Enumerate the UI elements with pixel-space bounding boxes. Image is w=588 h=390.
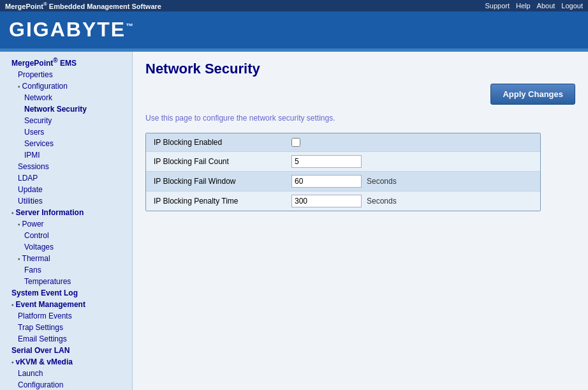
sidebar-item-security[interactable]: Security	[0, 115, 132, 126]
app-title: MergePoint® Embedded Management Software	[5, 1, 161, 10]
logo: GIGABYTE™	[9, 18, 135, 41]
main-layout: MergePoint® EMSProperties▪ConfigurationN…	[0, 52, 588, 390]
about-link[interactable]: About	[537, 2, 555, 10]
settings-label-ip-blocking-penalty-time: IP Blocking Penalty Time	[146, 192, 286, 210]
sidebar-item-update[interactable]: Update	[0, 184, 132, 195]
nav-arrow-icon: ▪	[11, 359, 14, 366]
sidebar-item-control[interactable]: Control	[0, 230, 132, 241]
sidebar-item-power[interactable]: ▪Power	[0, 218, 132, 230]
sidebar-item-vkvm-vmedia[interactable]: ▪vKVM & vMedia	[0, 356, 132, 368]
settings-row: IP Blocking Penalty TimeSeconds	[146, 191, 540, 211]
sidebar-item-temperatures[interactable]: Temperatures	[0, 276, 132, 287]
sidebar-item-sessions[interactable]: Sessions	[0, 161, 132, 172]
settings-table: IP Blocking EnabledIP Blocking Fail Coun…	[145, 133, 541, 211]
apply-changes-button[interactable]: Apply Changes	[490, 84, 575, 105]
settings-label-ip-blocking-fail-count: IP Blocking Fail Count	[146, 153, 286, 170]
info-text: Use this page to configure the network s…	[145, 114, 575, 123]
sidebar-item-configuration[interactable]: ▪Configuration	[0, 80, 132, 92]
top-nav: Support Help About Logout	[485, 2, 583, 10]
settings-row: IP Blocking Fail WindowSeconds	[146, 172, 540, 191]
input-ip-blocking-fail-window[interactable]	[291, 175, 362, 188]
nav-arrow-icon: ▪	[11, 301, 14, 308]
page-title: Network Security	[145, 61, 575, 77]
settings-value-ip-blocking-fail-count	[286, 152, 540, 171]
sidebar-item-launch[interactable]: Launch	[0, 368, 132, 379]
sidebar-item-network-security[interactable]: Network Security	[0, 103, 132, 115]
nav-arrow-icon: ▪	[18, 221, 20, 228]
sidebar-item-ldap[interactable]: LDAP	[0, 172, 132, 184]
settings-row: IP Blocking Enabled	[146, 133, 540, 152]
sidebar-item-trap-settings[interactable]: Trap Settings	[0, 322, 132, 333]
input-ip-blocking-penalty-time[interactable]	[291, 195, 362, 207]
unit-ip-blocking-fail-window: Seconds	[367, 177, 397, 186]
input-ip-blocking-fail-count[interactable]	[291, 155, 362, 168]
sidebar-item-ipmi[interactable]: IPMI	[0, 149, 132, 161]
settings-value-ip-blocking-enabled	[286, 135, 540, 150]
sidebar-item-serial-over-lan[interactable]: Serial Over LAN	[0, 345, 132, 356]
sidebar-item-network[interactable]: Network	[0, 92, 132, 103]
sidebar-item-thermal[interactable]: ▪Thermal	[0, 253, 132, 264]
nav-arrow-icon: ▪	[18, 255, 20, 262]
sidebar-item-server-information[interactable]: ▪Server Information	[0, 207, 132, 218]
sidebar-item-system-event-log[interactable]: System Event Log	[0, 287, 132, 299]
sidebar-item-platform-events[interactable]: Platform Events	[0, 310, 132, 322]
sidebar-item-users[interactable]: Users	[0, 126, 132, 138]
top-bar: MergePoint® Embedded Management Software…	[0, 0, 588, 11]
sidebar-item-mergepoint-ems[interactable]: MergePoint® EMS	[0, 56, 132, 69]
support-link[interactable]: Support	[485, 2, 510, 10]
unit-ip-blocking-penalty-time: Seconds	[367, 197, 397, 206]
help-link[interactable]: Help	[516, 2, 531, 10]
sidebar-item-configuration2[interactable]: Configuration	[0, 379, 132, 390]
logo-bar: GIGABYTE™	[0, 11, 588, 49]
logout-link[interactable]: Logout	[561, 2, 583, 10]
sidebar-item-fans[interactable]: Fans	[0, 264, 132, 276]
settings-value-ip-blocking-fail-window: Seconds	[286, 172, 540, 191]
nav-arrow-icon: ▪	[18, 83, 20, 90]
checkbox-ip-blocking-enabled[interactable]	[291, 138, 300, 147]
sidebar-item-voltages[interactable]: Voltages	[0, 241, 132, 253]
settings-label-ip-blocking-enabled: IP Blocking Enabled	[146, 133, 286, 151]
sidebar-item-event-management[interactable]: ▪Event Management	[0, 299, 132, 310]
sidebar-item-utilities[interactable]: Utilities	[0, 195, 132, 207]
sidebar-item-services[interactable]: Services	[0, 138, 132, 149]
sidebar-item-email-settings[interactable]: Email Settings	[0, 333, 132, 345]
sidebar-item-properties[interactable]: Properties	[0, 69, 132, 80]
settings-label-ip-blocking-fail-window: IP Blocking Fail Window	[146, 172, 286, 190]
apply-btn-row: Apply Changes	[145, 84, 575, 105]
settings-row: IP Blocking Fail Count	[146, 152, 540, 172]
settings-value-ip-blocking-penalty-time: Seconds	[286, 191, 540, 211]
nav-arrow-icon: ▪	[11, 209, 14, 216]
sidebar: MergePoint® EMSProperties▪ConfigurationN…	[0, 52, 133, 390]
content-area: Network Security Apply Changes Use this …	[133, 52, 588, 390]
